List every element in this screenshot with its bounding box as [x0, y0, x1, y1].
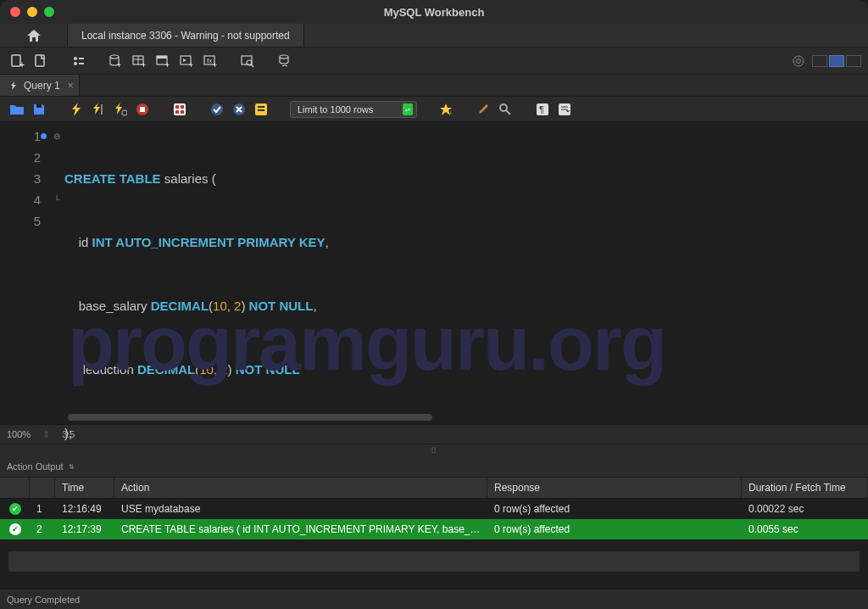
- close-window-button[interactable]: [10, 7, 20, 17]
- svg-rect-33: [175, 105, 179, 109]
- rollback-button[interactable]: [231, 101, 248, 118]
- line-number: 2: [0, 147, 41, 168]
- create-schema-button[interactable]: +: [105, 51, 125, 71]
- row-action: CREATE TABLE salaries ( id INT AUTO_INCR…: [114, 523, 487, 535]
- minimize-window-button[interactable]: [27, 7, 37, 17]
- inspector-button[interactable]: [68, 51, 88, 71]
- connection-tab-label: Local instance 3306 - Warning - not supp…: [81, 30, 290, 42]
- beautify-button[interactable]: +: [437, 101, 454, 118]
- commit-icon: [210, 103, 224, 116]
- row-duration: 0.0055 sec: [742, 523, 868, 535]
- table-row[interactable]: ✔212:17:39CREATE TABLE salaries ( id INT…: [0, 519, 868, 539]
- main-toolbar: + + + + + fx+: [0, 47, 868, 75]
- home-icon: [26, 29, 42, 42]
- row-time: 12:16:49: [55, 503, 114, 515]
- toggle-secondary-button[interactable]: [846, 55, 861, 67]
- row-duration: 0.00022 sec: [742, 503, 868, 515]
- create-function-button[interactable]: fx+: [200, 51, 220, 71]
- brush-button[interactable]: [475, 101, 492, 118]
- success-icon: ✔: [9, 523, 21, 535]
- new-sql-tab-button[interactable]: +: [7, 51, 27, 71]
- stop-button[interactable]: [134, 101, 151, 118]
- limit-rows-select[interactable]: Limit to 1000 rows ▴▾: [290, 101, 417, 118]
- svg-point-7: [110, 55, 119, 59]
- fold-end: └: [49, 189, 64, 210]
- toggle-limit-button[interactable]: [253, 101, 270, 118]
- zoom-level[interactable]: 100%: [7, 429, 31, 439]
- inspector-icon: [70, 53, 86, 69]
- status-text: Query Completed: [7, 595, 80, 605]
- code-area[interactable]: CREATE TABLE salaries ( id INT AUTO_INCR…: [64, 122, 868, 424]
- settings-button[interactable]: [788, 51, 809, 71]
- fold-toggle[interactable]: ⊖: [49, 126, 64, 147]
- breakpoint-dot[interactable]: [41, 133, 47, 139]
- explain-button[interactable]: [112, 101, 129, 118]
- row-response: 0 row(s) affected: [487, 503, 742, 515]
- find-button[interactable]: [497, 101, 514, 118]
- connection-tab[interactable]: Local instance 3306 - Warning - not supp…: [68, 24, 304, 47]
- toggle-sidebar-button[interactable]: [812, 55, 827, 67]
- maximize-window-button[interactable]: [44, 7, 54, 17]
- file-open-icon: [33, 53, 48, 69]
- search-table-icon: [240, 53, 255, 69]
- limit-rows-label: Limit to 1000 rows: [298, 104, 373, 115]
- reconnect-button[interactable]: [275, 51, 295, 71]
- svg-rect-35: [175, 110, 179, 114]
- create-procedure-button[interactable]: +: [176, 51, 197, 71]
- search-icon: [498, 103, 512, 116]
- svg-rect-6: [79, 63, 84, 64]
- svg-rect-31: [140, 107, 145, 112]
- query-toolbar: Limit to 1000 rows ▴▾ + ¶: [0, 97, 868, 122]
- horizontal-scrollbar[interactable]: [68, 414, 432, 421]
- line-number: 1: [0, 126, 41, 147]
- wrap-button[interactable]: [556, 101, 573, 118]
- query-tab[interactable]: Query 1 ×: [0, 75, 80, 96]
- view-plus-icon: +: [155, 53, 170, 69]
- home-tab[interactable]: [0, 24, 68, 47]
- traffic-lights: [10, 7, 54, 17]
- query-tabbar: Query 1 ×: [0, 75, 868, 97]
- sql-editor[interactable]: 1 2 3 4 5 ⊖ └ CREATE TABLE salaries ( id…: [0, 122, 868, 424]
- toggle-autocommit-button[interactable]: [171, 101, 188, 118]
- lightning-cursor-icon: [92, 103, 105, 116]
- close-tab-button[interactable]: ×: [68, 80, 74, 92]
- table-row[interactable]: ✔112:16:49USE mydatabase0 row(s) affecte…: [0, 499, 868, 519]
- limit-toggle-icon: [254, 103, 268, 116]
- output-type-label: Action Output: [7, 461, 64, 472]
- svg-text:fx: fx: [207, 57, 212, 64]
- svg-line-44: [506, 110, 510, 115]
- rollback-icon: [232, 103, 246, 116]
- create-view-button[interactable]: +: [153, 51, 173, 71]
- toggle-invisible-button[interactable]: ¶: [534, 101, 551, 118]
- svg-point-25: [793, 56, 804, 66]
- row-index: 1: [30, 503, 55, 515]
- row-action: USE mydatabase: [114, 503, 487, 515]
- create-table-button[interactable]: +: [129, 51, 149, 71]
- svg-line-23: [251, 64, 253, 67]
- window-title: MySQL Workbench: [384, 6, 485, 19]
- execute-current-button[interactable]: [90, 101, 107, 118]
- svg-rect-14: [157, 56, 167, 59]
- table-plus-icon: +: [131, 53, 147, 69]
- save-icon: [32, 103, 46, 116]
- search-button[interactable]: [237, 51, 258, 71]
- db-reconnect-icon: [277, 53, 292, 69]
- svg-point-4: [74, 62, 77, 65]
- stop-icon: [136, 103, 149, 116]
- row-time: 12:17:39: [55, 523, 114, 535]
- svg-rect-2: [36, 55, 44, 66]
- commit-button[interactable]: [209, 101, 225, 118]
- toggle-output-button[interactable]: [829, 55, 844, 67]
- brush-icon: [476, 103, 490, 116]
- gear-icon: [791, 53, 806, 69]
- open-file-button[interactable]: [8, 101, 25, 118]
- svg-point-29: [122, 110, 127, 115]
- line-number: 5: [0, 210, 41, 232]
- save-file-button[interactable]: [31, 101, 47, 118]
- wrap-icon: [558, 103, 571, 116]
- execute-button[interactable]: [68, 101, 85, 118]
- query-tab-label: Query 1: [24, 80, 60, 92]
- db-plus-icon: +: [108, 53, 123, 69]
- open-sql-file-button[interactable]: [31, 51, 51, 71]
- output-rows: ✔112:16:49USE mydatabase0 row(s) affecte…: [0, 499, 868, 539]
